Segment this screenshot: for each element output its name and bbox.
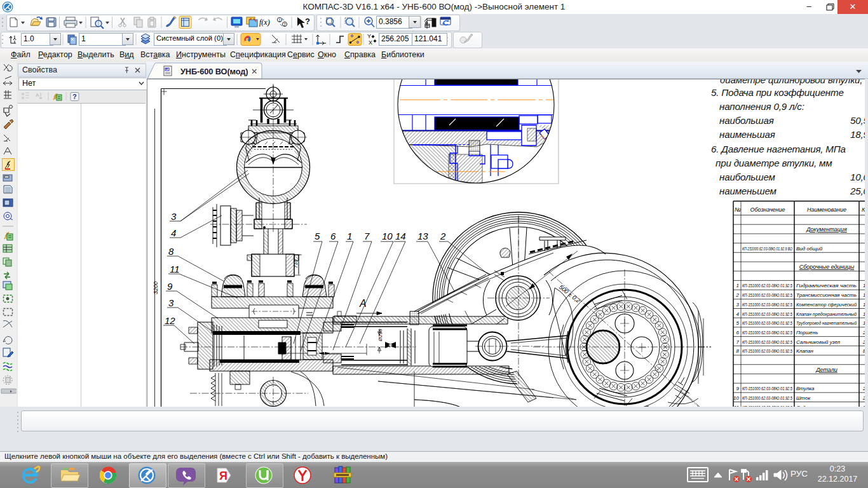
svg-text:8: 8 xyxy=(863,348,865,354)
svg-text:Я: Я xyxy=(219,470,227,482)
svg-text:3: 3 xyxy=(171,211,177,222)
svg-text:1: 1 xyxy=(278,18,281,22)
svg-text:КП-151000.62.03-08Ю.01.92.5: КП-151000.62.03-08Ю.01.92.5 xyxy=(742,292,792,298)
svg-text:Компенсатор сферический: Компенсатор сферический xyxy=(796,302,857,308)
svg-text:5: 5 xyxy=(315,231,320,241)
svg-text:11: 11 xyxy=(170,264,180,274)
svg-text:диаметре цилиндровой втулки, м: диаметре цилиндровой втулки, мм xyxy=(717,79,865,85)
svg-text:1: 1 xyxy=(863,283,865,288)
svg-text:КП-151000.62.03-08Ю.01.92.5: КП-151000.62.03-08Ю.01.92.5 xyxy=(742,311,792,317)
svg-text:12: 12 xyxy=(165,315,175,326)
svg-text:Детали: Детали xyxy=(815,367,837,373)
svg-text:10,0: 10,0 xyxy=(850,172,865,182)
svg-text:наименьшем: наименьшем xyxy=(719,186,777,196)
svg-text:Клапан: Клапан xyxy=(796,348,813,354)
svg-text:8: 8 xyxy=(168,246,174,257)
svg-text:10: 10 xyxy=(382,231,393,241)
svg-text:2: 2 xyxy=(862,386,865,391)
svg-text:9: 9 xyxy=(736,386,740,391)
svg-text:Обозначение: Обозначение xyxy=(750,207,785,213)
svg-text:Трансмиссионная часть: Трансмиссионная часть xyxy=(796,292,857,298)
svg-text:3: 3 xyxy=(168,297,174,308)
svg-text:КП-151000.62.03-08Ю.01.92.5: КП-151000.62.03-08Ю.01.92.5 xyxy=(742,395,792,401)
svg-text:18,9: 18,9 xyxy=(850,129,865,140)
svg-text:КП-151000.62.03-08Ю.01.92.5: КП-151000.62.03-08Ю.01.92.5 xyxy=(742,330,792,336)
svg-text:2: 2 xyxy=(440,231,446,241)
svg-text:4: 4 xyxy=(736,311,740,317)
svg-text:Гидравлическая часть: Гидравлическая часть xyxy=(796,283,857,288)
svg-text:1: 1 xyxy=(863,320,865,326)
svg-text:2: 2 xyxy=(862,395,865,401)
svg-text:КП-151000.62.03-08Ю.01.92.5: КП-151000.62.03-08Ю.01.92.5 xyxy=(742,386,792,391)
svg-text:X: X xyxy=(369,39,372,46)
svg-text:Вид общий: Вид общий xyxy=(796,246,823,252)
svg-text:наименьшая: наименьшая xyxy=(719,129,775,140)
svg-text:1: 1 xyxy=(347,231,352,241)
svg-text:10: 10 xyxy=(733,395,739,401)
svg-text:Наименование: Наименование xyxy=(807,207,846,213)
svg-text:Сальниковый узел: Сальниковый узел xyxy=(796,339,841,345)
svg-text:4: 4 xyxy=(171,227,176,238)
svg-text:УНБ-600 ВО(мод): УНБ-600 ВО(мод) xyxy=(180,67,248,76)
svg-text:f(x): f(x) xyxy=(259,18,270,27)
svg-text:6. Давление нагнетания, МПа: 6. Давление нагнетания, МПа xyxy=(711,144,846,154)
svg-text:14: 14 xyxy=(395,231,406,241)
svg-text:?: ? xyxy=(305,17,310,26)
svg-text:7: 7 xyxy=(364,231,370,241)
svg-text:5. Подача при коэффициенте: 5. Подача при коэффициенте xyxy=(711,87,844,98)
svg-text:7: 7 xyxy=(736,339,740,345)
svg-text:9: 9 xyxy=(167,281,173,292)
svg-text:Сборочные единицы: Сборочные единицы xyxy=(799,264,855,270)
svg-text:КП-151000.62.03-08Ю.01.92.9 ВО: КП-151000.62.03-08Ю.01.92.9 ВО xyxy=(742,246,792,252)
svg-text:?: ? xyxy=(72,93,77,100)
svg-text:наибольшая: наибольшая xyxy=(719,115,774,126)
svg-text:3200: 3200 xyxy=(153,281,159,294)
svg-text:наполнения 0,9 л/с:: наполнения 0,9 л/с: xyxy=(719,101,804,112)
svg-text:Втулка: Втулка xyxy=(796,386,815,391)
svg-text:710: 710 xyxy=(293,259,299,268)
svg-text:КП-151000.62.03-08Ю.01.92.5: КП-151000.62.03-08Ю.01.92.5 xyxy=(742,302,792,308)
svg-text:Y: Y xyxy=(367,33,371,39)
svg-text:3: 3 xyxy=(736,302,740,308)
svg-text:Поршень: Поршень xyxy=(796,330,818,336)
svg-text:1: 1 xyxy=(736,283,739,288)
svg-text:6: 6 xyxy=(330,231,336,241)
svg-text:8: 8 xyxy=(736,348,740,354)
svg-text:1: 1 xyxy=(863,302,865,308)
svg-text:Кол: Кол xyxy=(862,207,865,213)
svg-text:2: 2 xyxy=(862,339,865,345)
svg-text:А: А xyxy=(359,298,367,309)
svg-text:6: 6 xyxy=(736,330,740,336)
svg-text:КП-151000.62.03-08Ю.01.92.5: КП-151000.62.03-08Ю.01.92.5 xyxy=(742,320,792,326)
svg-text:№: № xyxy=(735,207,741,213)
svg-text:25,0: 25,0 xyxy=(850,186,865,196)
svg-text:2: 2 xyxy=(862,330,865,336)
svg-text:50,5: 50,5 xyxy=(850,115,865,126)
svg-text:5: 5 xyxy=(736,320,740,326)
svg-text:КП-151000.62.03-08Ю.01.92.5: КП-151000.62.03-08Ю.01.92.5 xyxy=(742,348,792,354)
svg-text:Клапан предохранительный: Клапан предохранительный xyxy=(796,311,857,317)
svg-text:КП-151000.62.03-08Ю.01.92.5: КП-151000.62.03-08Ю.01.92.5 xyxy=(742,339,792,345)
svg-text:1: 1 xyxy=(863,311,865,317)
svg-text:2: 2 xyxy=(736,292,740,298)
svg-text:наибольшем: наибольшем xyxy=(719,172,776,182)
svg-text:1: 1 xyxy=(863,292,865,298)
svg-text:А: А xyxy=(36,92,39,98)
svg-text:2: 2 xyxy=(283,22,286,27)
svg-text:при диаметре втулки, мм: при диаметре втулки, мм xyxy=(715,158,832,168)
svg-text:Ø218: Ø218 xyxy=(377,329,383,342)
svg-text:Трубопровод нагнетательный: Трубопровод нагнетательный xyxy=(796,320,857,326)
svg-text:Шток: Шток xyxy=(796,395,811,401)
svg-text:Документация: Документация xyxy=(806,226,847,233)
svg-text:13: 13 xyxy=(417,231,428,241)
svg-text:КП-151000.62.03-08Ю.01.92.5: КП-151000.62.03-08Ю.01.92.5 xyxy=(742,283,792,288)
